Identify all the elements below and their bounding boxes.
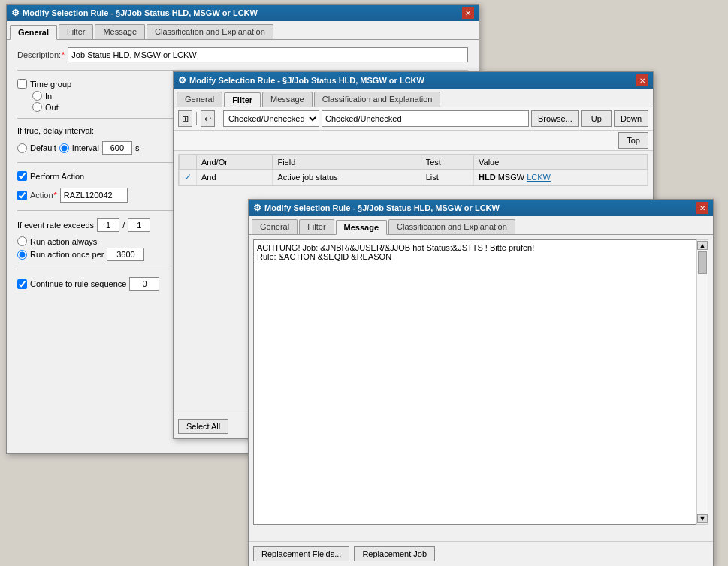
scroll-track (697, 250, 708, 514)
interval-input[interactable] (102, 141, 132, 155)
tab-message-w1[interactable]: Message (95, 24, 145, 39)
col-value: Value (474, 155, 648, 170)
replacement-fields-button[interactable]: Replacement Fields... (253, 546, 349, 561)
row-value-cell: HLD MSGW LCKW (474, 170, 648, 185)
tab-filter-w1[interactable]: Filter (59, 24, 93, 39)
time-group-label: Time group (30, 80, 71, 89)
window3-icon: ⚙ (253, 203, 261, 213)
slash-label: / (122, 221, 125, 230)
tab-filter-w3[interactable]: Filter (299, 219, 334, 234)
run-once-label: Run action once per (30, 250, 104, 259)
description-label: Description: (17, 50, 65, 59)
time-group-checkbox[interactable] (17, 79, 27, 89)
col-test: Test (421, 155, 473, 170)
scroll-down-btn[interactable]: ▼ (697, 514, 708, 523)
row-checkbox-cell: ✓ (180, 170, 197, 185)
run-once-radio-label[interactable]: Run action once per (17, 250, 104, 260)
s-label: s (135, 143, 140, 152)
browse-button[interactable]: Browse... (531, 110, 579, 127)
filter-table-container: And/Or Field Test Value ✓ And Active job… (178, 154, 648, 186)
description-row: Description: (11, 44, 474, 65)
row-field-cell: Active job status (273, 170, 421, 185)
value-msgw: MSGW (498, 173, 524, 182)
perform-action-label: Perform Action (30, 172, 84, 181)
tab-general-w2[interactable]: General (177, 92, 222, 107)
window1-close-button[interactable]: ✕ (462, 7, 474, 19)
up-button[interactable]: Up (581, 110, 612, 127)
col-checked (180, 155, 197, 170)
tab-general-w1[interactable]: General (10, 25, 57, 40)
window3-close-button[interactable]: ✕ (696, 202, 708, 214)
interval-radio[interactable] (59, 143, 69, 153)
scroll-up-btn[interactable]: ▲ (697, 241, 708, 250)
window-message: ⚙ Modify Selection Rule - §J/Job Status … (248, 199, 714, 566)
if-event-label: If event rate exceeds (17, 221, 94, 230)
in-radio[interactable] (32, 91, 42, 101)
cursor-button[interactable]: ↩ (201, 110, 215, 127)
rate-value2-input[interactable] (128, 218, 150, 232)
default-radio[interactable] (17, 143, 27, 153)
out-radio[interactable] (32, 102, 42, 112)
window1-icon: ⚙ (11, 8, 20, 18)
interval-label: Interval (72, 143, 99, 152)
tab-classification-w1[interactable]: Classification and Explanation (147, 24, 273, 39)
window1-tab-bar: General Filter Message Classification an… (7, 21, 479, 40)
window3-titlebar: ⚙ Modify Selection Rule - §J/Job Status … (249, 200, 713, 216)
in-label: In (45, 92, 52, 101)
table-row[interactable]: ✓ And Active job status List HLD MSGW LC… (180, 170, 648, 185)
continue-label: Continue to rule sequence (30, 279, 126, 288)
window2-close-button[interactable]: ✕ (636, 74, 648, 86)
tab-classification-w2[interactable]: Classification and Explanation (314, 92, 441, 107)
scrollbar[interactable]: ▲ ▼ (696, 239, 708, 525)
checked-select1[interactable]: Checked/Unchecked (223, 110, 319, 127)
perform-action-checkbox[interactable] (17, 171, 27, 181)
run-once-radio[interactable] (17, 250, 27, 260)
tab-general-w3[interactable]: General (252, 219, 298, 234)
run-once-input[interactable] (107, 248, 144, 261)
out-label: Out (45, 103, 59, 112)
nav-row2: Top (174, 131, 653, 151)
value-hld: HLD (479, 173, 496, 182)
value-lckw: LCKW (527, 173, 551, 182)
down-button[interactable]: Down (614, 110, 648, 127)
grid-button[interactable]: ⊞ (178, 110, 192, 127)
run-always-label: Run action always (30, 237, 97, 246)
window2-tab-bar: General Filter Message Classification an… (174, 89, 653, 107)
select-all-button[interactable]: Select All (178, 419, 228, 434)
toolbar-separator2 (219, 112, 219, 125)
scroll-thumb (698, 251, 707, 274)
action-input[interactable] (60, 188, 128, 203)
action-checkbox-label[interactable]: Action (17, 191, 57, 200)
replacement-job-button[interactable]: Replacement Job (354, 546, 435, 561)
rate-value1-input[interactable] (97, 218, 119, 232)
row-test-cell: List (421, 170, 473, 185)
default-label: Default (30, 143, 56, 152)
interval-radio-label[interactable]: Interval (59, 143, 99, 153)
run-always-radio[interactable] (17, 236, 27, 246)
window2-title: Modify Selection Rule - §J/Job Status HL… (189, 76, 424, 85)
continue-checkbox[interactable] (17, 279, 27, 289)
tab-classification-w3[interactable]: Classification and Explanation (388, 219, 515, 234)
window1-title: Modify Selection Rule - §J/Job Status HL… (23, 8, 258, 17)
if-true-label: If true, delay interval: (17, 126, 94, 135)
row-check-icon: ✓ (184, 172, 192, 182)
top-button[interactable]: Top (618, 132, 648, 149)
window1-titlebar: ⚙ Modify Selection Rule - §J/Job Status … (7, 5, 479, 21)
default-radio-label[interactable]: Default (17, 143, 56, 153)
filter-toolbar: ⊞ ↩ Checked/Unchecked Browse... Up Down (174, 107, 653, 131)
tab-message-w2[interactable]: Message (262, 92, 313, 107)
continue-input[interactable] (129, 277, 159, 291)
row-andor-cell: And (197, 170, 273, 185)
description-input[interactable] (68, 47, 468, 62)
col-field: Field (273, 155, 421, 170)
filter-table: And/Or Field Test Value ✓ And Active job… (179, 155, 648, 185)
toolbar-separator (196, 112, 197, 125)
tab-filter-w2[interactable]: Filter (224, 92, 261, 107)
filter-text-input[interactable] (322, 110, 529, 127)
message-textarea[interactable] (253, 239, 696, 525)
window3-tab-bar: General Filter Message Classification an… (249, 216, 713, 235)
window3-bottom: Replacement Fields... Replacement Job (249, 541, 713, 566)
tab-message-w3[interactable]: Message (336, 220, 387, 235)
col-andor: And/Or (197, 155, 273, 170)
action-checkbox[interactable] (17, 191, 27, 200)
